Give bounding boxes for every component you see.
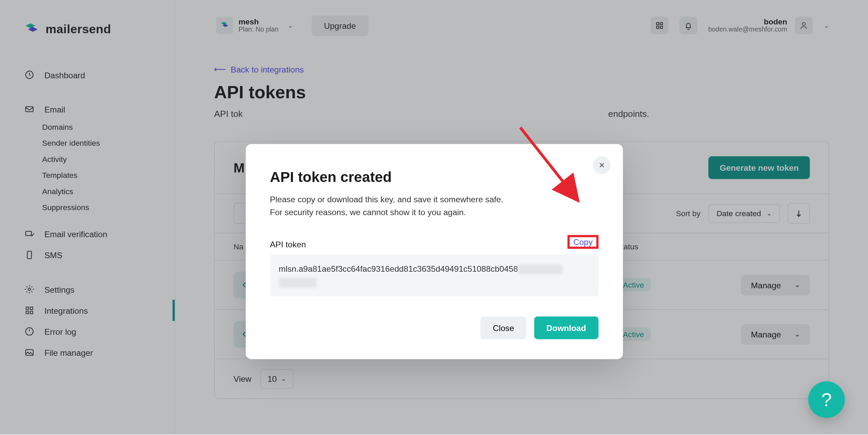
- token-field-label: API token: [270, 240, 306, 249]
- copy-button[interactable]: Copy: [568, 235, 598, 249]
- help-fab[interactable]: ?: [808, 381, 845, 418]
- modal-title: API token created: [270, 168, 598, 186]
- token-visible-part: mlsn.a9a81ae5f3cc64fac9316edd81c3635d494…: [279, 264, 518, 273]
- token-value[interactable]: mlsn.a9a81ae5f3cc64fac9316edd81c3635d494…: [270, 254, 598, 296]
- close-button[interactable]: Close: [481, 316, 527, 339]
- modal-description: Please copy or download this key, and sa…: [270, 193, 598, 219]
- token-redacted: [279, 278, 316, 288]
- download-button[interactable]: Download: [534, 316, 598, 339]
- api-token-created-modal: API token created Please copy or downloa…: [245, 144, 623, 359]
- help-icon: ?: [821, 389, 832, 411]
- close-icon-button[interactable]: [593, 156, 610, 174]
- token-redacted: [518, 264, 563, 274]
